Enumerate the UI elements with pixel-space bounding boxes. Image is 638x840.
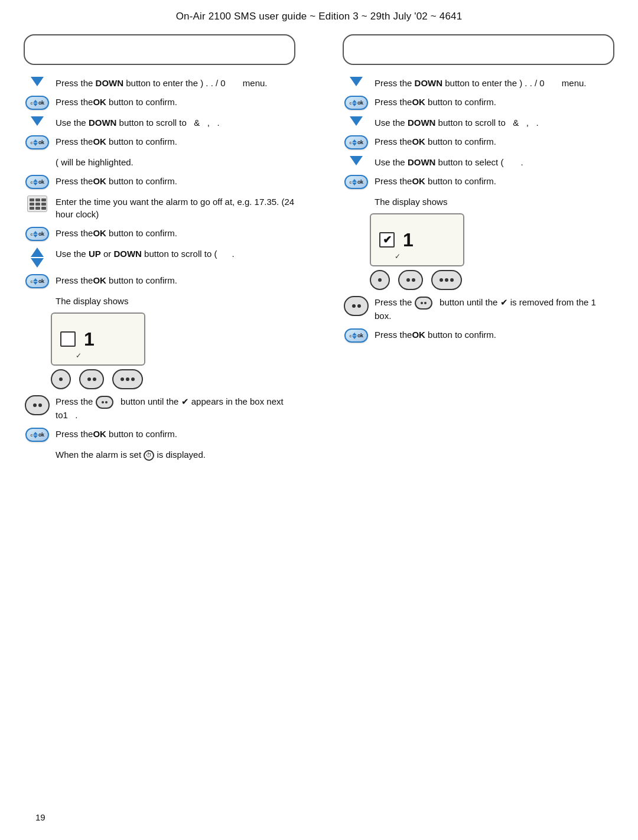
left-header-box bbox=[24, 34, 295, 65]
left-step-11: The display shows bbox=[24, 294, 295, 307]
left-step-10: c ok Press theOK button to confirm. bbox=[24, 273, 295, 288]
right-checkbox-area: ✔ 1 bbox=[379, 230, 414, 249]
left-step-7-text: Enter the time you want the alarm to go … bbox=[56, 194, 295, 220]
right-btn-2dot[interactable] bbox=[398, 270, 423, 290]
right-step-7-text: The display shows bbox=[375, 194, 614, 208]
right-step-3: Use the DOWN button to scroll to & , . bbox=[343, 115, 614, 129]
right-display-number: 1 bbox=[403, 230, 414, 249]
left-btn-3dot[interactable] bbox=[112, 369, 143, 389]
left-after-2: c ok Press theOK button to confirm. bbox=[24, 426, 295, 442]
left-2dot-circle-icon bbox=[24, 394, 51, 415]
arrow-down-icon-2 bbox=[24, 115, 51, 126]
right-step-5-text: Use the DOWN button to select ( . bbox=[375, 155, 614, 168]
left-step-6: c ok Press theOK button to confirm. bbox=[24, 174, 295, 189]
right-btn-1dot[interactable] bbox=[370, 270, 390, 290]
alarm-icon: ⏱ bbox=[144, 450, 154, 461]
left-checkbox-area: 1 bbox=[60, 330, 95, 349]
header-title-text: On-Air 2100 SMS user guide ~ Edition 3 ~… bbox=[176, 11, 463, 22]
left-after-1-text: Press the button until the ✔ appears in … bbox=[56, 394, 295, 421]
right-circle-buttons bbox=[370, 270, 614, 290]
left-step-2-text: Press theOK button to confirm. bbox=[56, 95, 295, 108]
left-step-10-text: Press theOK button to confirm. bbox=[56, 273, 295, 286]
left-btn-2dot[interactable] bbox=[79, 369, 104, 389]
right-step-5: Use the DOWN button to select ( . bbox=[343, 155, 614, 168]
left-step-2: c ok Press theOK button to confirm. bbox=[24, 95, 295, 110]
inline-2dot-btn bbox=[96, 396, 113, 409]
empty-icon-2 bbox=[24, 294, 51, 295]
right-small-checkmark: ✓ bbox=[395, 252, 401, 261]
ok-button-icon-4: c ok bbox=[24, 226, 51, 241]
left-display-number: 1 bbox=[84, 330, 95, 349]
left-step-3-text: Use the DOWN button to scroll to & , . bbox=[56, 115, 295, 129]
ok-button-icon-6: c ok bbox=[24, 426, 51, 442]
arrow-down-icon bbox=[24, 76, 51, 86]
left-step-1-text: Press the DOWN button to enter the ) . .… bbox=[56, 76, 295, 89]
ok-button-icon-3: c ok bbox=[24, 174, 51, 189]
right-inline-2dot-btn bbox=[415, 297, 432, 310]
empty-icon bbox=[24, 155, 51, 156]
right-step-1: Press the DOWN button to enter the ) . .… bbox=[343, 76, 614, 89]
updown-arrows-icon bbox=[24, 246, 51, 268]
left-step-9-text: Use the UP or DOWN button to scroll to (… bbox=[56, 246, 295, 260]
right-header-box bbox=[343, 34, 614, 65]
right-after-1-text: Press the button until the ✔ is removed … bbox=[375, 295, 614, 322]
left-after-3-text: When the alarm is set ⏱ is displayed. bbox=[56, 447, 295, 461]
page-title: On-Air 2100 SMS user guide ~ Edition 3 ~… bbox=[0, 0, 638, 28]
right-empty-icon bbox=[343, 194, 370, 196]
left-step-1: Press the DOWN button to enter the ) . .… bbox=[24, 76, 295, 89]
right-step-4: c ok Press theOK button to confirm. bbox=[343, 134, 614, 149]
left-empty-checkbox bbox=[60, 331, 76, 347]
right-step-1-text: Press the DOWN button to enter the ) . .… bbox=[375, 76, 614, 89]
left-step-5-text: ( will be highlighted. bbox=[56, 155, 295, 168]
left-step-3: Use the DOWN button to scroll to & , . bbox=[24, 115, 295, 129]
left-display-box: 1 ✓ bbox=[51, 312, 145, 366]
left-step-4: c ok Press theOK button to confirm. bbox=[24, 134, 295, 149]
right-ok-icon-2: c ok bbox=[343, 134, 370, 149]
right-step-2-text: Press theOK button to confirm. bbox=[375, 95, 614, 108]
right-step-6-text: Press theOK button to confirm. bbox=[375, 174, 614, 187]
right-step-3-text: Use the DOWN button to scroll to & , . bbox=[375, 115, 614, 129]
left-step-4-text: Press theOK button to confirm. bbox=[56, 134, 295, 148]
right-ok-icon-1: c ok bbox=[343, 95, 370, 110]
empty-icon-3 bbox=[24, 447, 51, 448]
ok-button-icon-5: c ok bbox=[24, 273, 51, 288]
right-arrow-down-icon-3 bbox=[343, 155, 370, 165]
left-step-9: Use the UP or DOWN button to scroll to (… bbox=[24, 246, 295, 268]
left-btn-1dot[interactable] bbox=[51, 369, 71, 389]
right-step-4-text: Press theOK button to confirm. bbox=[375, 134, 614, 148]
ok-button-icon-2: c ok bbox=[24, 134, 51, 149]
right-arrow-down-icon-2 bbox=[343, 115, 370, 126]
left-step-7: Enter the time you want the alarm to go … bbox=[24, 194, 295, 220]
left-after-1: Press the button until the ✔ appears in … bbox=[24, 394, 295, 421]
left-step-8: c ok Press theOK button to confirm. bbox=[24, 226, 295, 241]
left-after-2-text: Press theOK button to confirm. bbox=[56, 426, 295, 440]
keyboard-icon bbox=[24, 194, 51, 212]
right-step-7: The display shows bbox=[343, 194, 614, 208]
right-step-2: c ok Press theOK button to confirm. bbox=[343, 95, 614, 110]
right-ok-icon-4: c ok bbox=[343, 327, 370, 343]
left-small-checkmark: ✓ bbox=[76, 351, 82, 360]
right-step-6: c ok Press theOK button to confirm. bbox=[343, 174, 614, 189]
ok-button-icon: c ok bbox=[24, 95, 51, 110]
page-number: 19 bbox=[35, 812, 45, 822]
right-after-2: c ok Press theOK button to confirm. bbox=[343, 327, 614, 343]
right-btn-3dot[interactable] bbox=[431, 270, 462, 290]
right-arrow-down-icon bbox=[343, 76, 370, 86]
main-content: Press the DOWN button to enter the ) . .… bbox=[0, 28, 638, 466]
left-step-8-text: Press theOK button to confirm. bbox=[56, 226, 295, 239]
right-display-box: ✔ 1 ✓ bbox=[370, 213, 464, 266]
page-number-text: 19 bbox=[35, 812, 45, 822]
right-after-1: Press the button until the ✔ is removed … bbox=[343, 295, 614, 322]
left-step-6-text: Press theOK button to confirm. bbox=[56, 174, 295, 187]
right-checked-checkbox: ✔ bbox=[379, 232, 395, 248]
left-step-5: ( will be highlighted. bbox=[24, 155, 295, 168]
right-2dot-circle-icon bbox=[343, 295, 370, 316]
left-after-3: When the alarm is set ⏱ is displayed. bbox=[24, 447, 295, 461]
right-column: Press the DOWN button to enter the ) . .… bbox=[343, 34, 614, 466]
left-column: Press the DOWN button to enter the ) . .… bbox=[24, 34, 295, 466]
right-ok-icon-3: c ok bbox=[343, 174, 370, 189]
left-step-11-text: The display shows bbox=[56, 294, 295, 307]
right-after-2-text: Press theOK button to confirm. bbox=[375, 327, 614, 341]
left-circle-buttons bbox=[51, 369, 295, 389]
